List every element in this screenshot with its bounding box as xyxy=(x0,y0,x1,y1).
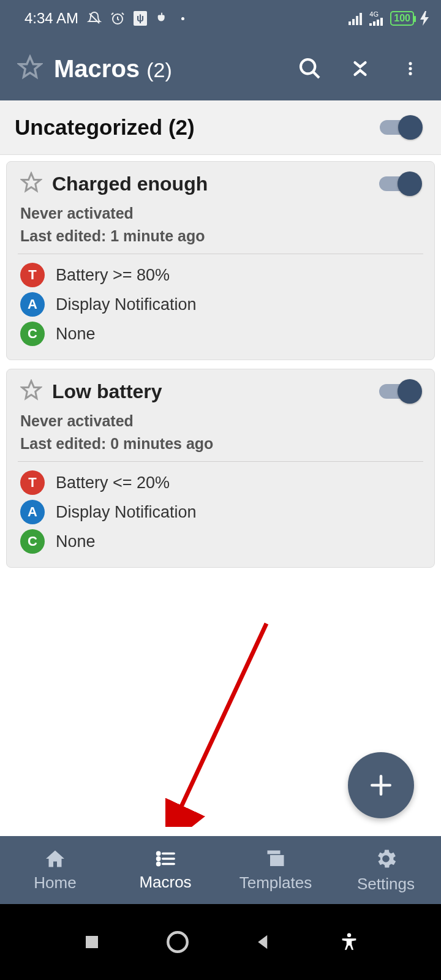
svg-point-16 xyxy=(157,858,160,860)
4g-signal-icon: 4G xyxy=(369,11,384,26)
tab-home[interactable]: Home xyxy=(0,836,110,904)
svg-point-18 xyxy=(157,862,160,865)
action-badge-icon: A xyxy=(20,500,45,524)
category-header-uncategorized[interactable]: Uncategorized (2) xyxy=(0,100,441,155)
tab-macros[interactable]: Macros xyxy=(110,836,221,904)
macro-title: Charged enough xyxy=(52,173,369,195)
svg-point-11 xyxy=(409,67,412,70)
search-button[interactable] xyxy=(292,50,328,87)
macro-card[interactable]: Charged enough Never activated Last edit… xyxy=(6,161,435,360)
tab-settings[interactable]: Settings xyxy=(331,836,441,904)
macro-trigger-row: T Battery <= 20% xyxy=(20,470,421,495)
tab-label: Macros xyxy=(139,873,191,892)
category-title: Uncategorized (2) xyxy=(15,115,380,140)
svg-point-10 xyxy=(409,62,412,65)
trigger-badge-icon: T xyxy=(20,263,45,287)
macro-constraint-row: C None xyxy=(20,529,421,554)
svg-point-24 xyxy=(347,933,352,937)
trigger-badge-icon: T xyxy=(20,470,45,495)
constraint-badge-icon: C xyxy=(20,529,45,554)
usb-icon: ψ xyxy=(134,11,147,26)
macro-never-activated: Never activated xyxy=(20,412,421,430)
macro-action-row: A Display Notification xyxy=(20,500,421,524)
android-nav-bar xyxy=(0,904,441,980)
macro-last-edited: Last edited: 0 minutes ago xyxy=(20,435,421,453)
svg-point-14 xyxy=(157,852,160,854)
macro-never-activated: Never activated xyxy=(20,205,421,222)
svg-rect-6 xyxy=(373,21,375,26)
trigger-text: Battery <= 20% xyxy=(56,473,170,492)
home-button[interactable] xyxy=(159,924,196,960)
svg-point-9 xyxy=(301,59,315,74)
macro-trigger-row: T Battery >= 80% xyxy=(20,263,421,287)
star-outline-icon[interactable] xyxy=(20,379,42,404)
svg-rect-5 xyxy=(369,23,372,26)
constraint-badge-icon: C xyxy=(20,322,45,346)
add-macro-fab[interactable] xyxy=(348,752,414,818)
more-menu-button[interactable] xyxy=(392,50,429,87)
macro-toggle[interactable] xyxy=(379,172,421,195)
signal-icon xyxy=(349,12,363,25)
constraint-text: None xyxy=(56,325,96,344)
macro-card[interactable]: Low battery Never activated Last edited:… xyxy=(6,369,435,568)
action-text: Display Notification xyxy=(56,503,197,522)
svg-rect-2 xyxy=(352,19,355,25)
svg-rect-20 xyxy=(268,851,281,854)
collapse-expand-button[interactable] xyxy=(342,50,379,87)
svg-rect-7 xyxy=(377,20,379,26)
trigger-text: Battery >= 80% xyxy=(56,266,170,285)
action-text: Display Notification xyxy=(56,295,197,314)
favorites-filter-icon[interactable] xyxy=(17,55,43,83)
star-outline-icon[interactable] xyxy=(20,172,42,196)
charging-plug-icon xyxy=(156,12,169,25)
svg-rect-4 xyxy=(360,13,362,25)
svg-rect-21 xyxy=(270,855,284,866)
svg-rect-1 xyxy=(349,21,351,25)
android-status-bar: 4:34 AM ψ 4G 100 xyxy=(0,0,441,37)
annotation-arrow-icon xyxy=(165,619,276,827)
macro-constraint-row: C None xyxy=(20,322,421,346)
constraint-text: None xyxy=(56,532,96,551)
recent-apps-button[interactable] xyxy=(74,924,110,960)
svg-line-13 xyxy=(176,624,266,817)
macro-toggle[interactable] xyxy=(379,380,421,403)
status-time: 4:34 AM xyxy=(24,10,78,27)
dot-icon xyxy=(181,17,184,20)
category-toggle[interactable] xyxy=(380,116,421,139)
svg-rect-3 xyxy=(356,16,358,25)
tab-label: Home xyxy=(34,873,76,892)
macro-title: Low battery xyxy=(52,380,369,403)
tab-templates[interactable]: Templates xyxy=(221,836,331,904)
charging-bolt-icon xyxy=(420,11,429,26)
app-bar: Macros (2) xyxy=(0,37,441,100)
bottom-navigation: Home Macros Templates Settings xyxy=(0,836,441,904)
back-button[interactable] xyxy=(245,924,282,960)
macro-action-row: A Display Notification xyxy=(20,292,421,317)
battery-level-icon: 100 xyxy=(390,11,414,26)
tab-label: Settings xyxy=(357,875,415,894)
svg-rect-8 xyxy=(380,18,383,26)
page-title: Macros (2) xyxy=(54,55,278,83)
svg-rect-22 xyxy=(86,936,98,948)
tab-label: Templates xyxy=(239,873,312,892)
notifications-off-icon xyxy=(87,11,102,26)
svg-point-12 xyxy=(409,72,412,75)
accessibility-button[interactable] xyxy=(331,924,368,960)
macro-last-edited: Last edited: 1 minute ago xyxy=(20,227,421,245)
action-badge-icon: A xyxy=(20,292,45,317)
alarm-icon xyxy=(110,11,125,26)
svg-point-23 xyxy=(168,932,187,952)
